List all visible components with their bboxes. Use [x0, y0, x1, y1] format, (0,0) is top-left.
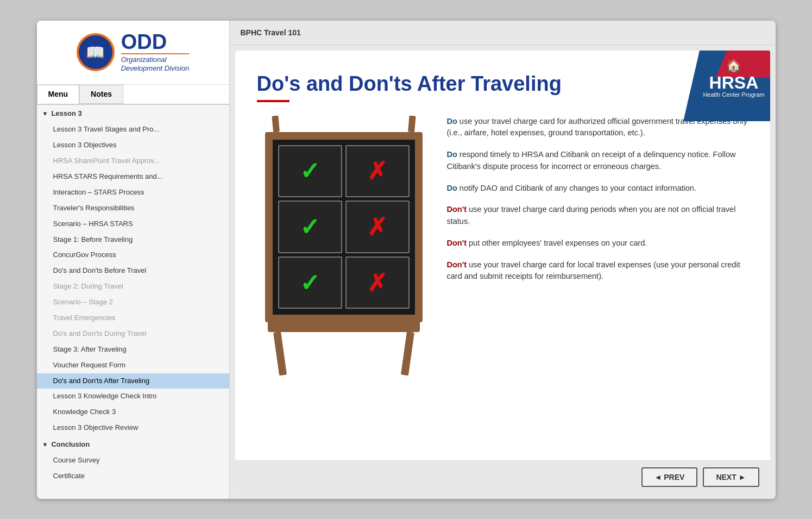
- slide-body: ✓ ✗ ✓ ✗: [257, 116, 748, 376]
- nav-item[interactable]: Knowledge Check 3: [37, 404, 229, 420]
- chalk-cell-check2: ✓: [278, 201, 342, 253]
- easel-base: [268, 322, 420, 332]
- nav-item[interactable]: Scenario – Stage 2: [37, 295, 229, 310]
- do-label: Do: [447, 150, 457, 159]
- nav-item-conclusion[interactable]: Course Survey: [37, 453, 229, 468]
- nav-item-conclusion[interactable]: Certificate: [37, 468, 229, 484]
- nav-item[interactable]: Lesson 3 Travel Stages and Pro...: [37, 122, 229, 137]
- dont-label: Don't: [447, 205, 467, 214]
- cross-icon-1: ✗: [367, 157, 387, 185]
- cross-icon-3: ✗: [367, 269, 387, 297]
- easel-leg-left: [273, 332, 287, 376]
- odd-title: ODD: [121, 32, 190, 54]
- nav-item[interactable]: Do's and Don'ts Before Travel: [37, 263, 229, 279]
- nav-item[interactable]: Traveler's Responsibilities: [37, 201, 229, 216]
- arrow-icon-conclusion: ▼: [42, 441, 48, 448]
- nav-buttons: ◄ PREV NEXT ►: [235, 460, 770, 493]
- easel-legs: [273, 332, 414, 376]
- nav-item[interactable]: Stage 2: During Travel: [37, 279, 229, 295]
- dont-label: Don't: [447, 239, 467, 247]
- nav-item[interactable]: Do's and Don'ts During Travel: [37, 326, 229, 342]
- hrsa-sub: Health Center Program: [703, 91, 764, 98]
- easel-leg-right: [400, 332, 414, 376]
- app-title: BPHC Travel 101: [241, 28, 301, 37]
- dont-label: Don't: [447, 260, 467, 269]
- nav-item[interactable]: Lesson 3 Objectives: [37, 137, 229, 153]
- nav-item[interactable]: Voucher Request Form: [37, 358, 229, 373]
- sidebar-nav[interactable]: ▼ Lesson 3 Lesson 3 Travel Stages and Pr…: [37, 105, 229, 498]
- nav-item[interactable]: Stage 3: After Traveling: [37, 342, 229, 358]
- hrsa-text-box: 🏠 HRSA Health Center Program: [703, 59, 764, 98]
- dont-block: Don't use your travel charge card for lo…: [447, 259, 748, 283]
- title-underline: [257, 100, 289, 102]
- odd-subtitle: Organizational Development Division: [121, 55, 190, 74]
- tab-notes[interactable]: Notes: [79, 85, 123, 104]
- nav-item[interactable]: HRSA STARS Requirements and...: [37, 169, 229, 185]
- nav-item[interactable]: Do's and Don'ts After Traveling: [37, 373, 229, 389]
- odd-logo: 📖 ODD Organizational Development Divisio…: [77, 32, 190, 74]
- do-block: Do respond timely to HRSA and Citibank o…: [447, 149, 748, 173]
- chalk-cell-cross2: ✗: [345, 201, 410, 253]
- chalkboard: ✓ ✗ ✓ ✗: [265, 132, 423, 322]
- arrow-icon: ▼: [42, 110, 48, 117]
- chalkboard-container: ✓ ✗ ✓ ✗: [257, 116, 431, 376]
- dont-block: Don't use your travel charge card during…: [447, 204, 748, 228]
- next-button[interactable]: NEXT ►: [703, 467, 759, 487]
- hrsa-logo: 🏠 HRSA Health Center Program: [651, 51, 770, 121]
- nav-item[interactable]: Stage 1: Before Traveling: [37, 232, 229, 248]
- nav-item[interactable]: HRSA SharePoint Travel Approv...: [37, 153, 229, 169]
- do-label: Do: [447, 117, 457, 126]
- section-conclusion: ▼ Conclusion: [37, 436, 229, 453]
- slide-content: 🏠 HRSA Health Center Program Do's and Do…: [235, 51, 770, 460]
- main-content: BPHC Travel 101 🏠 HRSA Health Center Pro…: [230, 21, 776, 499]
- easel: ✓ ✗ ✓ ✗: [257, 116, 431, 376]
- chalk-cell-check1: ✓: [278, 145, 342, 198]
- nav-item[interactable]: Interaction – STARS Process: [37, 185, 229, 201]
- book-icon: 📖: [86, 43, 105, 61]
- nav-item[interactable]: Lesson 3 Objective Review: [37, 420, 229, 436]
- odd-text-group: ODD Organizational Development Division: [121, 32, 190, 74]
- hrsa-label: HRSA: [703, 74, 764, 91]
- check-icon-1: ✓: [300, 157, 320, 185]
- check-icon-2: ✓: [300, 213, 320, 241]
- odd-circle-icon: 📖: [77, 33, 115, 71]
- tab-menu[interactable]: Menu: [37, 85, 80, 104]
- easel-top-left: [272, 115, 280, 132]
- easel-top-right: [408, 115, 416, 132]
- do-block: Do notify DAO and Citibank of any change…: [447, 183, 748, 195]
- top-bar: BPHC Travel 101: [230, 21, 776, 45]
- sidebar-tabs: Menu Notes: [37, 85, 229, 105]
- chalk-cell-cross1: ✗: [345, 145, 410, 198]
- nav-item[interactable]: ConcurGov Process: [37, 247, 229, 263]
- app-container: 📖 ODD Organizational Development Divisio…: [37, 21, 776, 499]
- do-label: Do: [447, 184, 457, 192]
- sidebar: 📖 ODD Organizational Development Divisio…: [37, 21, 230, 499]
- prev-button[interactable]: ◄ PREV: [641, 467, 698, 487]
- content-area: 🏠 HRSA Health Center Program Do's and Do…: [235, 51, 770, 493]
- nav-item[interactable]: Scenario – HRSA STARS: [37, 216, 229, 232]
- cross-icon-2: ✗: [367, 213, 387, 241]
- nav-item[interactable]: Lesson 3 Knowledge Check Intro: [37, 389, 229, 404]
- nav-item[interactable]: Travel Emergencies: [37, 310, 229, 326]
- dos-donts-text: Do use your travel charge card for autho…: [447, 116, 748, 293]
- logo-area: 📖 ODD Organizational Development Divisio…: [37, 21, 229, 85]
- chalk-cell-cross3: ✗: [345, 257, 410, 309]
- check-icon-3: ✓: [300, 269, 320, 297]
- section-lesson3: ▼ Lesson 3: [37, 105, 229, 122]
- easel-frame: ✓ ✗ ✓ ✗: [262, 116, 425, 332]
- dont-block: Don't put other employees' travel expens…: [447, 237, 748, 249]
- chalk-cell-check3: ✓: [278, 257, 342, 309]
